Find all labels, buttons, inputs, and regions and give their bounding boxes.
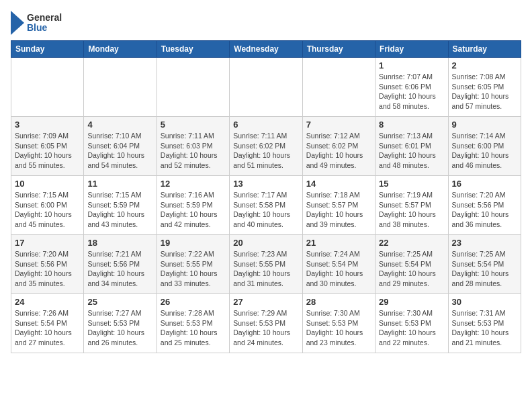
day-number: 17 xyxy=(15,238,80,248)
calendar-cell: 17Sunrise: 7:20 AMSunset: 5:56 PMDayligh… xyxy=(11,235,84,294)
calendar-cell: 19Sunrise: 7:22 AMSunset: 5:55 PMDayligh… xyxy=(157,235,229,294)
day-info: Sunrise: 7:20 AMSunset: 5:56 PMDaylight:… xyxy=(15,249,80,289)
calendar-cell: 26Sunrise: 7:28 AMSunset: 5:53 PMDayligh… xyxy=(157,294,229,353)
weekday-header-sunday: Sunday xyxy=(11,41,84,58)
day-number: 10 xyxy=(15,179,80,189)
weekday-header-monday: Monday xyxy=(84,41,157,58)
day-number: 16 xyxy=(452,179,517,189)
day-info: Sunrise: 7:30 AMSunset: 5:53 PMDaylight:… xyxy=(379,308,444,348)
day-info: Sunrise: 7:20 AMSunset: 5:56 PMDaylight:… xyxy=(452,190,517,230)
calendar-cell: 14Sunrise: 7:18 AMSunset: 5:57 PMDayligh… xyxy=(302,176,375,235)
day-number: 9 xyxy=(452,120,517,130)
calendar-cell: 12Sunrise: 7:16 AMSunset: 5:59 PMDayligh… xyxy=(157,176,229,235)
logo-triangle-icon xyxy=(11,11,24,35)
day-number: 1 xyxy=(379,60,444,71)
day-number: 23 xyxy=(452,238,517,248)
calendar-cell xyxy=(230,58,302,117)
day-number: 30 xyxy=(452,297,517,307)
calendar-week-3: 10Sunrise: 7:15 AMSunset: 6:00 PMDayligh… xyxy=(11,176,521,235)
day-info: Sunrise: 7:14 AMSunset: 6:00 PMDaylight:… xyxy=(452,131,517,171)
logo: General Blue xyxy=(11,11,62,35)
day-number: 11 xyxy=(87,179,152,189)
day-number: 3 xyxy=(15,120,80,130)
day-info: Sunrise: 7:12 AMSunset: 6:02 PMDaylight:… xyxy=(306,131,371,171)
weekday-header-tuesday: Tuesday xyxy=(157,41,229,58)
day-info: Sunrise: 7:27 AMSunset: 5:53 PMDaylight:… xyxy=(87,308,152,348)
weekday-header-wednesday: Wednesday xyxy=(230,41,302,58)
day-info: Sunrise: 7:25 AMSunset: 5:54 PMDaylight:… xyxy=(452,249,517,289)
page-header: General Blue xyxy=(11,11,521,35)
day-info: Sunrise: 7:10 AMSunset: 6:04 PMDaylight:… xyxy=(87,131,152,171)
logo-blue-text: Blue xyxy=(27,23,62,33)
logo-text: General Blue xyxy=(27,13,62,34)
calendar-cell: 23Sunrise: 7:25 AMSunset: 5:54 PMDayligh… xyxy=(448,235,521,294)
calendar-cell: 16Sunrise: 7:20 AMSunset: 5:56 PMDayligh… xyxy=(448,176,521,235)
day-number: 21 xyxy=(306,238,371,248)
day-number: 20 xyxy=(233,238,298,248)
day-number: 25 xyxy=(87,297,152,307)
calendar-cell xyxy=(11,58,84,117)
day-number: 6 xyxy=(233,120,298,130)
calendar-cell: 7Sunrise: 7:12 AMSunset: 6:02 PMDaylight… xyxy=(302,117,375,176)
calendar-cell: 20Sunrise: 7:23 AMSunset: 5:55 PMDayligh… xyxy=(230,235,302,294)
weekday-header-thursday: Thursday xyxy=(302,41,375,58)
day-number: 18 xyxy=(87,238,152,248)
calendar-cell: 5Sunrise: 7:11 AMSunset: 6:03 PMDaylight… xyxy=(157,117,229,176)
calendar-cell: 25Sunrise: 7:27 AMSunset: 5:53 PMDayligh… xyxy=(84,294,157,353)
day-number: 2 xyxy=(452,60,517,71)
day-info: Sunrise: 7:07 AMSunset: 6:06 PMDaylight:… xyxy=(379,72,444,111)
day-info: Sunrise: 7:28 AMSunset: 5:53 PMDaylight:… xyxy=(161,308,226,348)
day-info: Sunrise: 7:11 AMSunset: 6:03 PMDaylight:… xyxy=(161,131,226,171)
day-info: Sunrise: 7:15 AMSunset: 5:59 PMDaylight:… xyxy=(87,190,152,230)
day-info: Sunrise: 7:19 AMSunset: 5:57 PMDaylight:… xyxy=(379,190,444,230)
calendar-cell: 24Sunrise: 7:26 AMSunset: 5:54 PMDayligh… xyxy=(11,294,84,353)
day-number: 4 xyxy=(87,120,152,130)
day-number: 22 xyxy=(379,238,444,248)
day-info: Sunrise: 7:15 AMSunset: 6:00 PMDaylight:… xyxy=(15,190,80,230)
day-number: 12 xyxy=(161,179,226,189)
day-info: Sunrise: 7:18 AMSunset: 5:57 PMDaylight:… xyxy=(306,190,371,230)
calendar-cell: 6Sunrise: 7:11 AMSunset: 6:02 PMDaylight… xyxy=(230,117,302,176)
day-number: 29 xyxy=(379,297,444,307)
day-info: Sunrise: 7:23 AMSunset: 5:55 PMDaylight:… xyxy=(233,249,298,289)
day-info: Sunrise: 7:21 AMSunset: 5:56 PMDaylight:… xyxy=(87,249,152,289)
calendar-cell: 2Sunrise: 7:08 AMSunset: 6:05 PMDaylight… xyxy=(448,58,521,117)
calendar-cell: 27Sunrise: 7:29 AMSunset: 5:53 PMDayligh… xyxy=(230,294,302,353)
calendar-cell xyxy=(157,58,229,117)
day-info: Sunrise: 7:25 AMSunset: 5:54 PMDaylight:… xyxy=(379,249,444,289)
calendar-cell: 4Sunrise: 7:10 AMSunset: 6:04 PMDaylight… xyxy=(84,117,157,176)
day-number: 15 xyxy=(379,179,444,189)
day-number: 5 xyxy=(161,120,226,130)
logo-general-text: General xyxy=(27,13,62,23)
calendar-cell: 18Sunrise: 7:21 AMSunset: 5:56 PMDayligh… xyxy=(84,235,157,294)
calendar-cell: 15Sunrise: 7:19 AMSunset: 5:57 PMDayligh… xyxy=(375,176,448,235)
day-info: Sunrise: 7:26 AMSunset: 5:54 PMDaylight:… xyxy=(15,308,80,348)
svg-marker-0 xyxy=(11,11,24,35)
day-number: 26 xyxy=(161,297,226,307)
day-number: 8 xyxy=(379,120,444,130)
calendar-week-2: 3Sunrise: 7:09 AMSunset: 6:05 PMDaylight… xyxy=(11,117,521,176)
calendar-cell: 21Sunrise: 7:24 AMSunset: 5:54 PMDayligh… xyxy=(302,235,375,294)
calendar-cell: 10Sunrise: 7:15 AMSunset: 6:00 PMDayligh… xyxy=(11,176,84,235)
calendar-week-1: 1Sunrise: 7:07 AMSunset: 6:06 PMDaylight… xyxy=(11,58,521,117)
calendar-cell: 1Sunrise: 7:07 AMSunset: 6:06 PMDaylight… xyxy=(375,58,448,117)
day-info: Sunrise: 7:17 AMSunset: 5:58 PMDaylight:… xyxy=(233,190,298,230)
calendar-cell: 3Sunrise: 7:09 AMSunset: 6:05 PMDaylight… xyxy=(11,117,84,176)
weekday-header-row: SundayMondayTuesdayWednesdayThursdayFrid… xyxy=(11,41,521,58)
calendar-cell: 9Sunrise: 7:14 AMSunset: 6:00 PMDaylight… xyxy=(448,117,521,176)
day-info: Sunrise: 7:11 AMSunset: 6:02 PMDaylight:… xyxy=(233,131,298,171)
weekday-header-friday: Friday xyxy=(375,41,448,58)
calendar-cell: 13Sunrise: 7:17 AMSunset: 5:58 PMDayligh… xyxy=(230,176,302,235)
weekday-header-saturday: Saturday xyxy=(448,41,521,58)
calendar-table: SundayMondayTuesdayWednesdayThursdayFrid… xyxy=(11,40,521,353)
day-info: Sunrise: 7:09 AMSunset: 6:05 PMDaylight:… xyxy=(15,131,80,171)
calendar-week-5: 24Sunrise: 7:26 AMSunset: 5:54 PMDayligh… xyxy=(11,294,521,353)
day-info: Sunrise: 7:22 AMSunset: 5:55 PMDaylight:… xyxy=(161,249,226,289)
day-number: 27 xyxy=(233,297,298,307)
day-info: Sunrise: 7:24 AMSunset: 5:54 PMDaylight:… xyxy=(306,249,371,289)
day-number: 14 xyxy=(306,179,371,189)
calendar-cell: 29Sunrise: 7:30 AMSunset: 5:53 PMDayligh… xyxy=(375,294,448,353)
calendar-cell: 28Sunrise: 7:30 AMSunset: 5:53 PMDayligh… xyxy=(302,294,375,353)
calendar-cell: 30Sunrise: 7:31 AMSunset: 5:53 PMDayligh… xyxy=(448,294,521,353)
calendar-cell: 22Sunrise: 7:25 AMSunset: 5:54 PMDayligh… xyxy=(375,235,448,294)
